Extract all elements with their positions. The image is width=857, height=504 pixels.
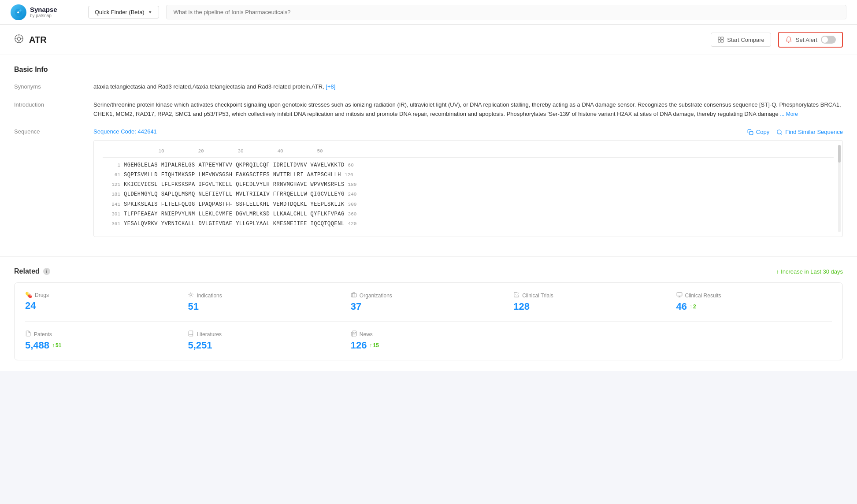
chevron-down-icon: ▼ [148,10,152,15]
svg-point-1 [19,9,22,11]
seq-line-121: 121 KKICEVICSL LFLFKSKSPA IFGVLTKELL QLF… [103,181,834,189]
page-header: ATR Start Compare Set Alert [0,25,857,55]
svg-rect-10 [718,40,720,42]
copy-label: Copy [756,129,769,135]
find-similar-label: Find Similar Sequence [785,129,843,135]
start-compare-label: Start Compare [727,37,764,43]
seq-num: 61 [103,171,120,179]
seq-line-361: 361 YESALQVRKV YVRNICKALL DVLGIEVDAE YLL… [103,220,834,228]
svg-rect-17 [677,293,682,296]
seq-content: KKICEVICSL LFLFKSKSPA IFGVLTKELL QLFEDLV… [124,181,345,189]
find-similar-button[interactable]: Find Similar Sequence [776,129,843,135]
literatures-count: 5,251 [188,340,343,351]
sequence-actions: Copy Find Similar Sequence [747,129,843,135]
news-label: News [360,331,373,337]
patents-increase-value: 51 [56,342,61,348]
logo-icon [11,4,26,20]
ruler-10: 10 [141,148,181,156]
patents-count: 5,488 ↑ 51 [25,340,181,351]
set-alert-button[interactable]: Set Alert [778,32,843,48]
synonyms-more-link[interactable]: [+8] [326,83,335,90]
logo-sub: by patsnap [30,13,57,18]
seq-num: 1 [103,162,120,170]
ruler-30: 30 [221,148,260,156]
related-item-indications[interactable]: Indications 51 [188,292,343,312]
news-count: 126 ↑ 15 [351,340,506,351]
literatures-count-value: 5,251 [188,340,212,351]
related-item-clinical-trials[interactable]: Clinical Trials 128 [513,292,669,312]
sequence-scrollbar[interactable] [838,145,841,232]
sequence-code-link[interactable]: Sequence Code: 442641 [93,127,157,137]
copy-icon [747,129,753,135]
drugs-count: 24 [25,300,181,311]
clinical-results-increase-value: 2 [693,304,696,310]
seq-content: YESALQVRKV YVRNICKALL DVLGIEVDAE YLLGPLY… [124,220,345,228]
ruler-40: 40 [260,148,300,156]
introduction-value: Serine/threonine protein kinase which ac… [93,100,843,119]
clinical-trials-header: Clinical Trials [513,292,669,299]
svg-point-13 [777,130,781,134]
arrow-up-icon: ↑ [776,268,779,275]
seq-end-num: 240 [348,191,366,199]
up-arrow-icon: ↑ [370,342,372,348]
seq-end-num: 300 [348,201,366,209]
patents-icon [25,330,31,338]
news-increase: ↑ 15 [370,342,379,348]
related-item-patents[interactable]: Patents 5,488 ↑ 51 [25,330,181,351]
copy-button[interactable]: Copy [747,129,769,135]
related-item-drugs[interactable]: 💊 Drugs 24 [25,292,181,312]
related-item-literatures[interactable]: Literatures 5,251 [188,330,343,351]
related-item-news[interactable]: News 126 ↑ 15 [351,330,506,351]
related-card: 💊 Drugs 24 Indications 51 [14,282,843,360]
introduction-label: Introduction [14,100,93,119]
clinical-results-increase: ↑ 2 [690,304,696,310]
introduction-more-link[interactable]: ... More [780,111,798,117]
patents-header: Patents [25,330,181,338]
top-navigation: Synapse by patsnap Quick Finder (Beta) ▼ [0,0,857,25]
clinical-trials-label: Clinical Trials [522,293,553,299]
seq-num: 361 [103,220,120,228]
svg-rect-12 [749,131,753,135]
alert-icon [785,36,792,43]
seq-end-num: 60 [348,162,366,170]
sequence-ruler: 10 20 30 40 50 [103,148,834,158]
clinical-trials-icon [513,292,519,299]
alert-toggle[interactable] [821,36,836,44]
synonyms-text: ataxia telangiectasia and Rad3 related,A… [93,83,324,90]
organizations-count: 37 [351,301,506,312]
svg-rect-9 [721,37,723,39]
svg-rect-11 [721,40,723,42]
related-title-text: Related [14,267,40,275]
svg-point-15 [190,294,192,296]
organizations-header: Organizations [351,292,506,299]
seq-content: QLDEHMGYLQ SAPLQLMSMQ NLEFIEVTLL MVLTRII… [124,190,345,199]
related-item-clinical-results[interactable]: Clinical Results 46 ↑ 2 [676,292,832,312]
synonyms-label: Synonyms [14,82,93,92]
organizations-icon [351,292,357,299]
ruler-50: 50 [300,148,340,156]
related-item-organizations[interactable]: Organizations 37 [351,292,506,312]
header-actions: Start Compare Set Alert [711,32,843,48]
related-grid-row2: Patents 5,488 ↑ 51 Literatures [25,321,832,351]
page-title-area: ATR [14,34,47,46]
indications-header: Indications [188,292,343,299]
organizations-count-value: 37 [351,301,361,312]
info-icon[interactable]: i [43,268,50,275]
start-compare-button[interactable]: Start Compare [711,33,771,47]
clinical-results-header: Clinical Results [676,292,832,299]
clinical-results-count: 46 ↑ 2 [676,301,832,312]
indications-label: Indications [197,293,222,299]
quick-finder-button[interactable]: Quick Finder (Beta) ▼ [88,6,159,19]
scrollbar-thumb [838,145,841,163]
seq-num: 121 [103,181,120,189]
patents-count-value: 5,488 [25,340,49,351]
search-input[interactable] [166,5,846,19]
related-header: Related i ↑ Increase in Last 30 days [14,267,843,275]
seq-num: 181 [103,191,120,199]
ruler-20: 20 [181,148,221,156]
set-alert-label: Set Alert [796,37,817,43]
svg-point-3 [17,37,20,40]
related-grid-row1: 💊 Drugs 24 Indications 51 [25,292,832,312]
logo-main: Synapse [30,6,57,14]
basic-info-title: Basic Info [14,66,843,74]
